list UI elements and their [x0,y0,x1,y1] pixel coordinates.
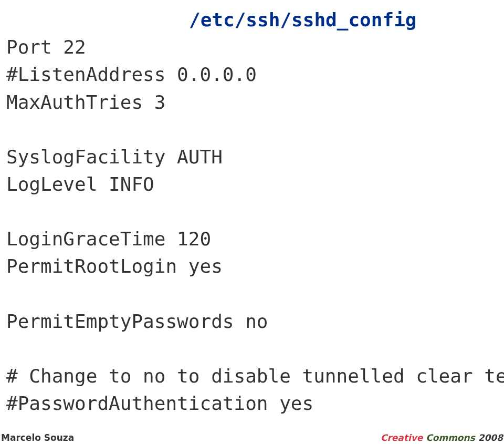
blank-line [6,116,504,143]
license-label: Creative Commons 2008 [381,432,503,443]
config-content: /etc/ssh/sshd_config Port 22 #ListenAddr… [0,0,504,444]
year-text: 2008 [478,432,503,443]
blank-line [6,335,504,363]
config-line: PermitEmptyPasswords no [6,308,504,335]
creative-text: Creative [381,432,423,443]
config-line: MaxAuthTries 3 [6,89,504,116]
config-line: SyslogFacility AUTH [6,143,504,171]
config-line: PermitRootLogin yes [6,253,504,280]
config-line: LoginGraceTime 120 [6,225,504,253]
config-line: LogLevel INFO [6,171,504,198]
commons-text: Commons [426,432,475,443]
file-title: /etc/ssh/sshd_config [6,6,504,34]
author-name: Marcelo Souza [1,432,74,443]
blank-line [6,281,504,308]
config-line: # Change to no to disable tunnelled clea… [6,363,504,390]
config-line: #PasswordAuthentication yes [6,390,504,417]
footer: Marcelo Souza Creative Commons 2008 [0,432,504,444]
config-line: #ListenAddress 0.0.0.0 [6,61,504,88]
config-line: Port 22 [6,34,504,61]
blank-line [6,198,504,225]
